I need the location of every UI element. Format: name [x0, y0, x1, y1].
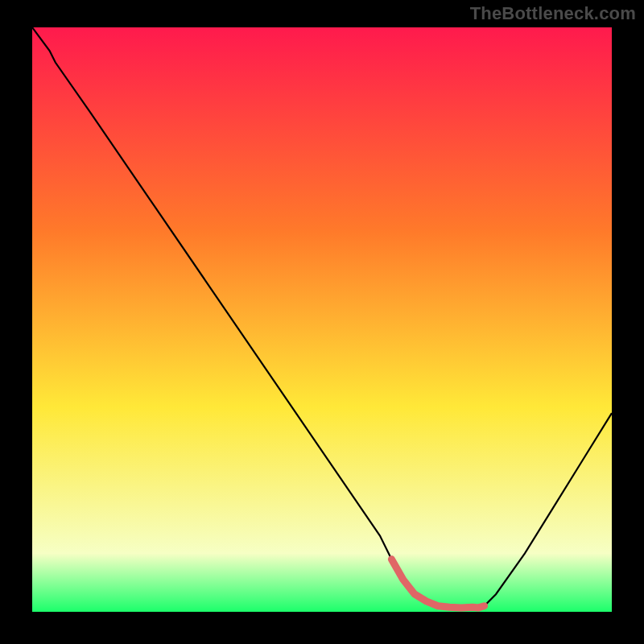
chart-frame: TheBottleneck.com [0, 0, 644, 644]
gradient-background [32, 27, 612, 612]
plot-area [32, 27, 612, 612]
bottleneck-chart [32, 27, 612, 612]
watermark-text: TheBottleneck.com [470, 3, 636, 24]
